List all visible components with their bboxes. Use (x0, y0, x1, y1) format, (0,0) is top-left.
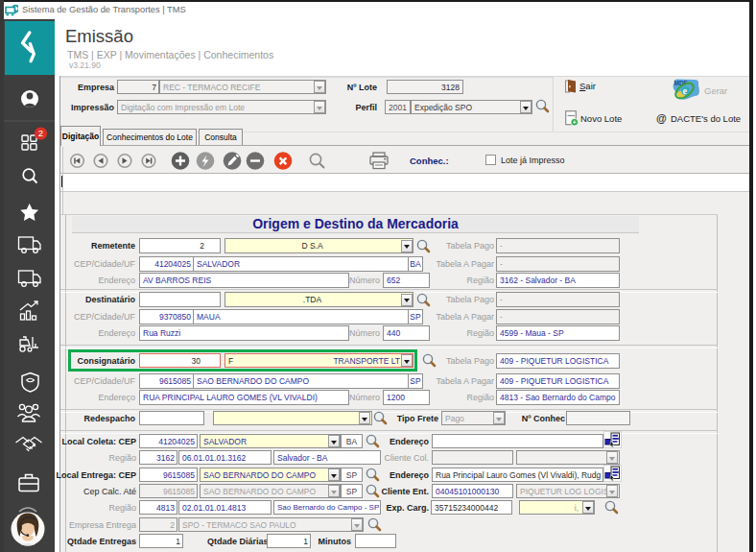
svg-text:e: e (682, 85, 687, 96)
svg-text:2: 2 (38, 128, 43, 138)
